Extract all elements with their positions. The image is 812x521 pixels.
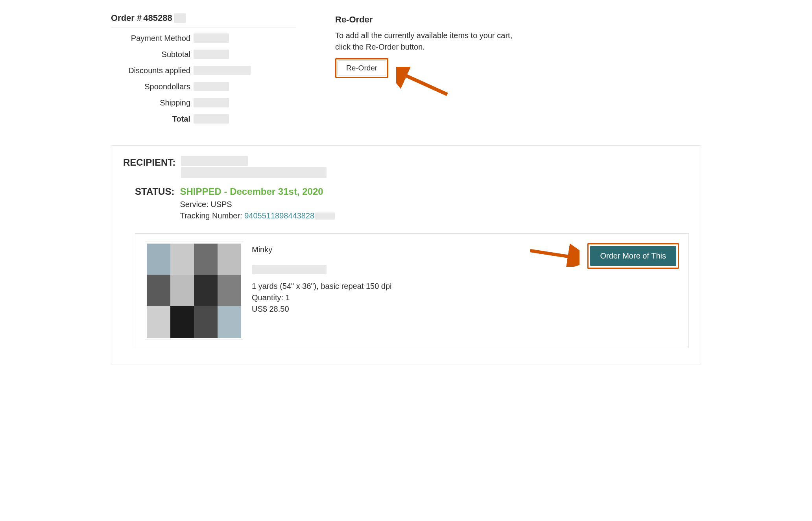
tracking-number-link[interactable]: 9405511898443828 bbox=[244, 211, 314, 220]
svg-rect-10 bbox=[170, 306, 194, 338]
svg-line-13 bbox=[530, 251, 570, 257]
label-shipping: Shipping bbox=[111, 97, 194, 109]
label-subtotal: Subtotal bbox=[111, 49, 194, 60]
item-price: US$ 28.50 bbox=[252, 303, 392, 315]
redacted-discounts bbox=[194, 66, 251, 75]
item-thumbnail bbox=[145, 242, 243, 340]
order-number: 485288 bbox=[143, 12, 172, 24]
svg-line-0 bbox=[404, 75, 447, 94]
svg-rect-8 bbox=[218, 275, 241, 306]
item-quantity: Quantity: 1 bbox=[252, 292, 392, 303]
redacted-spoondollars bbox=[194, 82, 229, 91]
redacted-order-suffix bbox=[174, 13, 186, 23]
reorder-description-line1: To add all the currently available items… bbox=[335, 30, 701, 41]
order-item: Minky 1 yards (54" x 36"), basic repeat … bbox=[135, 233, 689, 348]
svg-rect-1 bbox=[147, 244, 170, 275]
status-shipped-text: SHIPPED - December 31st, 2020 bbox=[180, 185, 335, 199]
reorder-panel: Re-Order To add all the currently availa… bbox=[335, 12, 701, 129]
reorder-title: Re-Order bbox=[335, 13, 701, 26]
recipient-label: RECIPIENT: bbox=[123, 156, 175, 170]
redacted-payment-method bbox=[194, 33, 229, 43]
redacted-subtotal bbox=[194, 50, 229, 59]
status-label: STATUS: bbox=[135, 185, 174, 222]
reorder-description-line2: click the Re-Order button. bbox=[335, 41, 701, 53]
item-spec: 1 yards (54" x 36"), basic repeat 150 dp… bbox=[252, 281, 392, 292]
label-discounts: Discounts applied bbox=[111, 65, 194, 76]
redacted-tracking-tail bbox=[315, 212, 335, 220]
reorder-highlight: Re-Order bbox=[335, 58, 388, 78]
service-prefix: Service: bbox=[180, 200, 210, 209]
svg-rect-5 bbox=[147, 275, 170, 306]
redacted-recipient-address bbox=[181, 167, 327, 178]
svg-rect-7 bbox=[194, 275, 218, 306]
svg-rect-6 bbox=[170, 275, 194, 306]
item-title: Minky bbox=[252, 244, 392, 255]
label-spoondollars: Spoondollars bbox=[111, 81, 194, 92]
service-line: Service: USPS bbox=[180, 199, 335, 210]
order-more-highlight: Order More of This bbox=[587, 243, 679, 269]
svg-rect-12 bbox=[218, 306, 241, 338]
annotation-arrow-reorder bbox=[396, 67, 451, 98]
label-payment-method: Payment Method bbox=[111, 33, 194, 44]
shipment-panel: RECIPIENT: STATUS: SHIPPED - December 31… bbox=[111, 145, 701, 364]
tracking-line: Tracking Number: 9405511898443828 bbox=[180, 210, 335, 222]
svg-rect-3 bbox=[194, 244, 218, 275]
redacted-recipient-name bbox=[181, 156, 248, 166]
redacted-product-name bbox=[252, 265, 327, 274]
redacted-shipping bbox=[194, 98, 229, 107]
svg-rect-11 bbox=[194, 306, 218, 338]
tracking-prefix: Tracking Number: bbox=[180, 211, 244, 220]
order-title: Order #485288 bbox=[111, 12, 296, 28]
svg-rect-2 bbox=[170, 244, 194, 275]
reorder-button[interactable]: Re-Order bbox=[337, 60, 386, 76]
order-more-button[interactable]: Order More of This bbox=[590, 246, 676, 266]
redacted-total bbox=[194, 114, 229, 124]
svg-rect-4 bbox=[218, 244, 241, 275]
annotation-arrow-order-more bbox=[528, 243, 579, 267]
service-value: USPS bbox=[210, 200, 232, 209]
order-prefix: Order # bbox=[111, 12, 142, 24]
label-total: Total bbox=[111, 113, 194, 125]
order-summary: Order #485288 Payment Method Subtotal Di… bbox=[111, 12, 296, 129]
svg-rect-9 bbox=[147, 306, 170, 338]
